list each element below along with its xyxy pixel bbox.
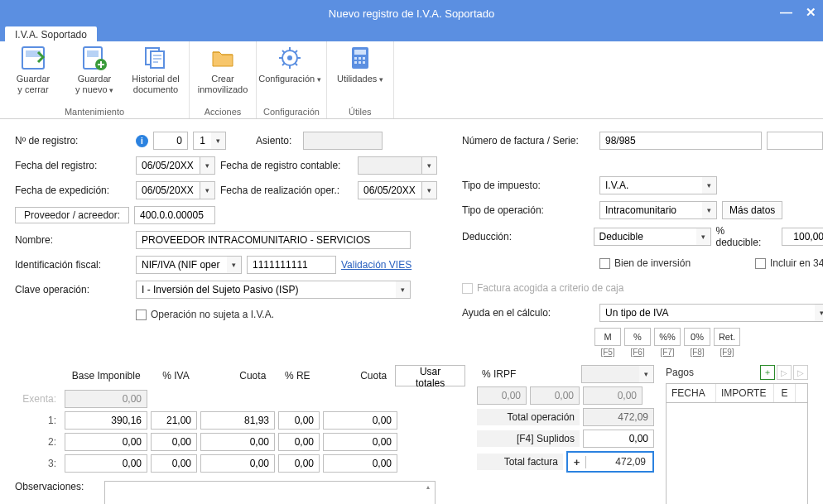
- chevron-down-icon[interactable]: ▾: [227, 256, 242, 274]
- shortcut-zero[interactable]: 0%: [684, 328, 710, 346]
- r3-cuota[interactable]: [200, 454, 275, 473]
- pago-edit-icon[interactable]: ▷: [777, 365, 792, 380]
- fecha-reg-contable-input[interactable]: [358, 156, 422, 175]
- chevron-down-icon[interactable]: ▾: [702, 201, 717, 219]
- deduccion-select[interactable]: [594, 228, 696, 246]
- r1-iva[interactable]: [151, 411, 197, 430]
- chevron-down-icon[interactable]: ▾: [815, 304, 823, 322]
- total-factura-value: 472,09: [586, 456, 652, 468]
- label-pct-deducible: % deducible:: [716, 225, 777, 248]
- svg-point-6: [287, 55, 292, 60]
- pago-add-icon[interactable]: ＋: [760, 365, 775, 380]
- svg-rect-11: [363, 57, 365, 60]
- proveedor-input[interactable]: [134, 206, 215, 224]
- total-factura-plus-button[interactable]: +: [568, 456, 586, 468]
- shortcut-m[interactable]: M: [594, 328, 621, 346]
- pago-delete-icon[interactable]: ▷: [793, 365, 808, 380]
- tipo-operacion-select[interactable]: [599, 201, 702, 219]
- observaciones-input[interactable]: ▴▾: [104, 481, 436, 504]
- r1-cuota[interactable]: [200, 411, 275, 430]
- shortcut-pct[interactable]: %: [624, 328, 651, 346]
- hdr-re: % RE: [274, 367, 315, 385]
- close-icon[interactable]: ✕: [806, 5, 816, 20]
- group-utiles-label: Útiles: [334, 107, 387, 117]
- irpf-c: [583, 386, 643, 405]
- pagos-hdr-e: E: [774, 384, 796, 402]
- link-validacion-vies[interactable]: Validación VIES: [341, 259, 412, 271]
- shortcut-ret[interactable]: Ret.: [714, 328, 740, 346]
- idfisc-num-input[interactable]: [247, 256, 336, 274]
- fecha-exp-input[interactable]: [136, 181, 200, 199]
- num-factura-input[interactable]: [599, 132, 762, 150]
- pct-deducible-input[interactable]: [782, 228, 823, 246]
- chk-no-sujeta[interactable]: Operación no sujeta a I.V.A.: [136, 309, 274, 320]
- label-fecha-reg-contable: Fecha de registro contable:: [220, 160, 353, 171]
- svg-rect-9: [354, 57, 357, 60]
- lbl-row-2: 2:: [15, 433, 61, 451]
- r1-base[interactable]: [65, 411, 147, 430]
- lbl-row-1: 1:: [15, 411, 61, 430]
- chk-bien-inversion[interactable]: Bien de inversión: [599, 257, 691, 269]
- lbl-exenta: Exenta:: [15, 390, 61, 408]
- r2-cuota2[interactable]: [323, 433, 397, 451]
- chk-incluir-347[interactable]: Incluir en 347: [755, 257, 823, 269]
- usar-totales-button[interactable]: Usar totales: [395, 365, 465, 386]
- r1-re[interactable]: [278, 411, 320, 430]
- label-asiento: Asiento:: [256, 135, 298, 146]
- chevron-down-icon[interactable]: ▾: [696, 228, 711, 246]
- label-num-factura: Número de factura / Serie:: [462, 135, 594, 146]
- irpf-b: [530, 386, 580, 405]
- gear-icon: [277, 45, 303, 71]
- chevron-down-icon[interactable]: ▾: [702, 176, 717, 194]
- scroll-up-icon: ▴: [423, 483, 433, 491]
- asiento-input: [303, 132, 383, 150]
- hdr-base: Base Imponible: [64, 367, 145, 385]
- r3-base[interactable]: [65, 454, 147, 473]
- r2-re[interactable]: [278, 433, 320, 451]
- chevron-down-icon[interactable]: ▾: [211, 132, 226, 150]
- r1-cuota2[interactable]: [323, 411, 397, 430]
- create-asset-button[interactable]: Crear inmovilizado: [196, 45, 249, 95]
- irpf-a: [477, 386, 527, 405]
- label-observaciones: Observaciones:: [15, 481, 98, 492]
- shortcut-pctpct[interactable]: %%: [654, 328, 681, 346]
- pagos-hdr-fecha: FECHA: [667, 384, 716, 402]
- r3-iva[interactable]: [151, 454, 197, 473]
- label-proveedor[interactable]: Proveedor / acreedor:: [15, 207, 129, 223]
- chevron-down-icon[interactable]: ▾: [200, 156, 215, 175]
- r2-base[interactable]: [65, 433, 147, 451]
- mas-datos-button[interactable]: Más datos: [722, 201, 782, 219]
- chevron-down-icon[interactable]: ▾: [639, 365, 654, 383]
- chevron-down-icon[interactable]: ▾: [422, 181, 437, 199]
- nregistro-a-input[interactable]: [153, 132, 188, 150]
- label-fecha-registro: Fecha del registro:: [15, 160, 131, 171]
- window-title: Nuevo registro de I.V.A. Soportado: [329, 7, 494, 20]
- chevron-down-icon[interactable]: ▾: [396, 281, 411, 299]
- chevron-down-icon[interactable]: ▾: [422, 156, 437, 175]
- irpf-select[interactable]: [581, 365, 639, 383]
- label-nregistro: Nº de registro:: [15, 135, 131, 146]
- tab-iva-soportado[interactable]: I.V.A. Soportado: [5, 26, 97, 43]
- label-nombre: Nombre:: [15, 234, 131, 246]
- fecha-real-input[interactable]: [358, 181, 422, 199]
- r2-cuota[interactable]: [200, 433, 275, 451]
- info-icon[interactable]: i: [136, 135, 148, 147]
- ayuda-calculo-select[interactable]: [599, 304, 815, 322]
- utilities-button[interactable]: Utilidades: [334, 45, 387, 85]
- tipo-impuesto-select[interactable]: [599, 176, 702, 194]
- r3-cuota2[interactable]: [323, 454, 397, 473]
- num-factura-serie-input[interactable]: [767, 132, 823, 150]
- idfisc-tipo-select[interactable]: [136, 256, 227, 274]
- minimize-icon[interactable]: —: [780, 5, 792, 20]
- label-fecha-real: Fecha de realización oper.:: [220, 185, 353, 196]
- r2-iva[interactable]: [151, 433, 197, 451]
- suplidos-input[interactable]: [583, 430, 654, 448]
- nombre-input[interactable]: [136, 231, 411, 249]
- chevron-down-icon[interactable]: ▾: [200, 181, 215, 199]
- nregistro-b-input[interactable]: [193, 132, 211, 150]
- fecha-registro-input[interactable]: [136, 156, 200, 175]
- folder-icon: [209, 45, 236, 71]
- r3-re[interactable]: [278, 454, 320, 473]
- calculator-icon: [347, 45, 373, 71]
- clave-op-select[interactable]: [136, 281, 396, 299]
